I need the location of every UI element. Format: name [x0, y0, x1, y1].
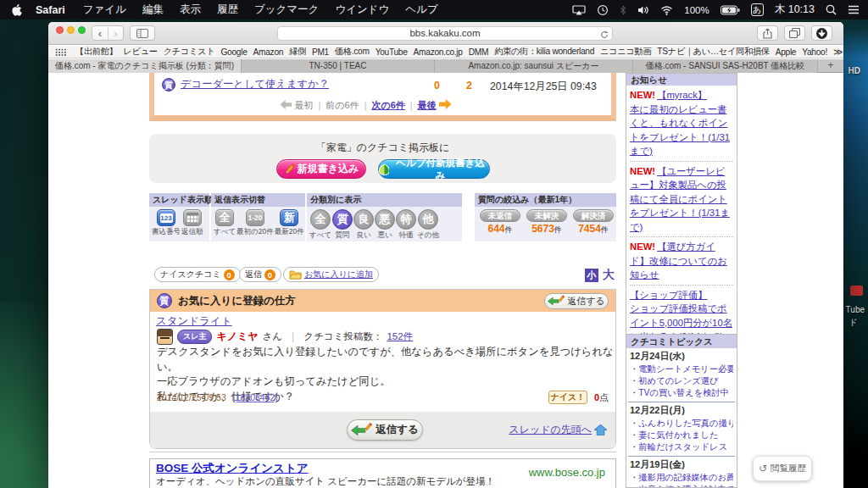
menu-help[interactable]: ヘルプ — [405, 3, 437, 17]
notification-center-icon[interactable] — [848, 5, 860, 14]
replyview-latest20-button[interactable]: 新 最新20件 — [275, 209, 304, 237]
category-good-button[interactable]: 良良い — [353, 209, 374, 241]
frequently-visited-grid-icon[interactable] — [55, 48, 66, 56]
menu-edit[interactable]: 編集 — [142, 3, 164, 17]
menu-window[interactable]: ウインドウ — [335, 3, 389, 17]
desktop-icon-label-do[interactable]: ド — [849, 317, 858, 329]
help-post-button[interactable]: ヘルプ付新規書き込み — [378, 159, 490, 179]
nice-button[interactable]: ナイス！ — [548, 391, 587, 404]
desktop-hd-icon-label[interactable]: HD — [849, 66, 860, 75]
category-sale-button[interactable]: 特特価 — [396, 209, 416, 241]
bookmark-item[interactable]: YouTube — [376, 47, 408, 57]
menubar-clock[interactable]: 木 10:13 — [775, 3, 815, 17]
input-source-icon[interactable]: あ — [751, 3, 764, 16]
back-button[interactable]: ‹ — [92, 27, 108, 40]
pager-last[interactable]: 最後 — [418, 100, 437, 110]
close-window-button[interactable] — [56, 26, 64, 34]
history-floating-button[interactable]: ↺ 閲覧履歴 — [753, 456, 812, 481]
news-item[interactable]: NEW!【ユーザーレビュー】対象製品への投稿にて全員にポイントをプレゼント！(1… — [630, 164, 733, 235]
post-id-link[interactable]: [18303462] — [233, 392, 278, 402]
topic-link[interactable]: 前輪だけスタッドレス — [630, 441, 733, 453]
topic-link[interactable]: ふんわりした写真の撮り方 — [630, 418, 733, 430]
bookmark-item[interactable]: Amazon — [253, 47, 284, 57]
zoom-window-button[interactable] — [78, 26, 86, 34]
news-item[interactable]: NEW!【選び方ガイド】改修についてのお知らせ — [630, 240, 733, 282]
sort-by-number-button[interactable]: 123 書込番号 — [152, 209, 181, 237]
author-name[interactable]: キノミヤ — [216, 330, 258, 344]
menu-safari[interactable]: Safari — [36, 4, 65, 16]
posts-count-link[interactable]: 152件 — [387, 330, 413, 343]
category-bad-button[interactable]: 悪悪い — [375, 209, 395, 241]
apple-menu-icon[interactable] — [12, 4, 22, 16]
tab-tn350-teac[interactable]: TN-350 | TEAC — [242, 59, 435, 73]
sort-by-reply-button[interactable]: 返信順 — [181, 209, 203, 237]
refine-unanswered-button[interactable]: 未返信 644件 — [480, 209, 520, 236]
bookmark-item[interactable]: DMM — [469, 47, 488, 57]
share-button[interactable] — [757, 25, 778, 41]
tab-amazon-saunsui[interactable]: Amazon.co.jp: saunsui スピーカー — [435, 59, 633, 73]
reload-icon[interactable] — [600, 28, 609, 42]
ad-title-link[interactable]: BOSE 公式オンラインストア — [156, 461, 309, 476]
product-link[interactable]: スタンドライト — [156, 314, 232, 329]
bookmark-item[interactable]: ニコニコ動画 — [600, 46, 651, 58]
bookmarks-overflow-chevron[interactable]: ≫ — [833, 47, 843, 58]
pager-next[interactable]: 次の6件 — [371, 100, 404, 110]
address-bar[interactable]: bbs.kakaku.com — [277, 26, 613, 41]
menu-bookmarks[interactable]: ブックマーク — [254, 3, 319, 17]
menu-view[interactable]: 表示 — [180, 3, 201, 17]
desktop-youtube-icon[interactable] — [850, 286, 863, 296]
category-other-button[interactable]: 他その他 — [417, 209, 439, 241]
wifi-icon[interactable] — [660, 5, 673, 15]
bookmark-item[interactable]: 【出前館】 — [75, 46, 117, 58]
bookmark-item[interactable]: 縁側 — [289, 46, 306, 58]
topic-link[interactable]: 初めてのレンズ選び — [630, 375, 733, 387]
topic-link[interactable]: 出産を控え購入検討中です — [630, 484, 733, 488]
spotlight-icon[interactable] — [826, 4, 837, 15]
sidebar-toggle-button[interactable] — [130, 25, 155, 41]
add-favorite-button[interactable]: お気に入りに追加 — [283, 267, 379, 282]
topic-link[interactable]: 妻に気付かれました — [630, 430, 733, 441]
menu-history[interactable]: 履歴 — [217, 3, 238, 17]
menu-file[interactable]: ファイル — [83, 3, 126, 17]
user-avatar[interactable] — [157, 329, 173, 345]
desktop-icon-label-tube[interactable]: Tube — [846, 305, 865, 314]
bookmark-item[interactable]: Amazon.co.jp — [414, 47, 463, 57]
to-thread-top[interactable]: スレッドの先頭へ — [509, 423, 607, 437]
tab-kakaku-sansui[interactable]: 価格.com - SANSUI SAS-H20BT 価格比較 — [633, 59, 818, 73]
category-question-button[interactable]: 質質問 — [332, 209, 353, 241]
news-item[interactable]: NEW!【myrack】本に最初のレビュー書くと、もれなくポイントをプレゼント！… — [630, 88, 733, 158]
reply-button-bottom[interactable]: 返信する — [347, 419, 423, 441]
font-size-large-button[interactable]: 大 — [603, 268, 615, 283]
downloads-button[interactable] — [811, 25, 832, 41]
new-post-button[interactable]: 新規書き込み — [276, 159, 366, 179]
category-all-button[interactable]: 全すべて — [309, 209, 331, 241]
volume-icon[interactable] — [637, 5, 649, 15]
bookmark-item[interactable]: 価格.com — [335, 46, 370, 58]
bluetooth-icon[interactable] — [620, 5, 626, 15]
topic-link[interactable]: 電動シートメモリー必要？ — [630, 363, 733, 375]
new-tab-button[interactable]: + — [818, 59, 843, 72]
minimize-window-button[interactable] — [67, 26, 75, 34]
bookmark-item[interactable]: レビュー — [123, 46, 157, 58]
airplay-icon[interactable] — [572, 5, 586, 15]
bookmark-item[interactable]: 約束の街：kilia wonderland — [494, 46, 594, 58]
bookmark-item[interactable]: PM1 — [312, 47, 329, 57]
replyview-all-button[interactable]: 全 すべて — [214, 209, 236, 237]
topic-link[interactable]: 撮影用の記録媒体のお薦め — [630, 472, 733, 484]
bookmark-item[interactable]: Google — [221, 47, 248, 57]
battery-icon[interactable] — [721, 5, 740, 15]
tab-overview-button[interactable] — [784, 25, 805, 41]
refine-solved-button[interactable]: 解決済 7454件 — [573, 209, 614, 236]
bookmark-item[interactable]: クチコミスト — [164, 46, 215, 58]
bookmark-item[interactable]: Apple — [776, 47, 797, 57]
topic-link[interactable]: TVの買い替えを検討中 — [630, 387, 733, 399]
tab-kakaku-bbs[interactable]: 価格.com - 家電のクチコミ掲示板 (分類：質問) — [48, 59, 242, 73]
thread-list-row-title[interactable]: デコーダーとして使えますか？ — [181, 77, 329, 92]
time-machine-icon[interactable] — [597, 4, 609, 16]
refine-unsolved-button[interactable]: 未解決 5673件 — [526, 209, 567, 236]
font-size-small-button[interactable]: 小 — [585, 269, 598, 282]
replyview-first20-button[interactable]: 1-20 最初の20件 — [236, 209, 274, 237]
reply-button-top[interactable]: 返信する — [544, 293, 609, 309]
bookmark-item[interactable]: TSナビ｜あい…セイ同和損保 — [657, 46, 769, 58]
forward-button[interactable]: › — [108, 27, 123, 40]
